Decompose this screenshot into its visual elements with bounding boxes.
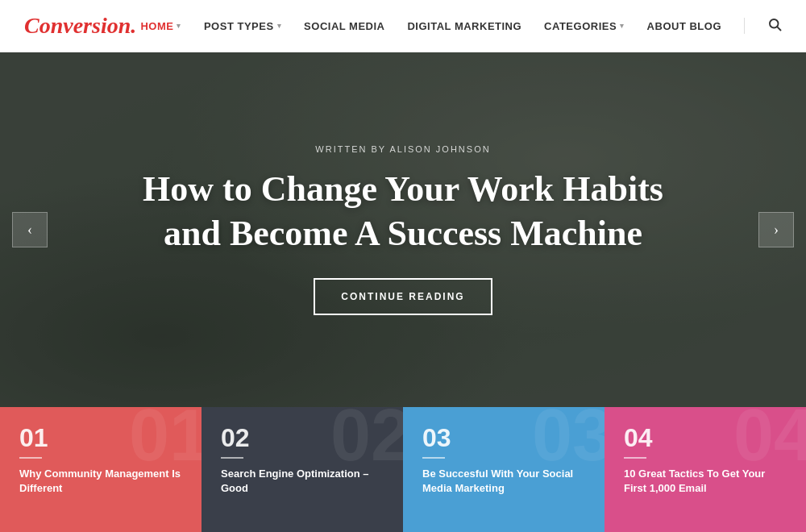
main-nav: HOME ▾ POST TYPES ▾ SOCIAL MEDIA DIGITAL… — [140, 17, 782, 35]
nav-item-digital-marketing[interactable]: DIGITAL MARKETING — [407, 20, 521, 32]
chevron-down-icon: ▾ — [277, 22, 282, 30]
hero-title: How to Change Your Work Habits and Becom… — [129, 167, 677, 256]
nav-item-social-media[interactable]: SOCIAL MEDIA — [304, 20, 384, 32]
hero-content: WRITTEN BY ALISON JOHNSON How to Change … — [129, 144, 677, 315]
card-4[interactable]: 04 04 10 Great Tactics To Get Your First… — [604, 407, 806, 532]
chevron-left-icon: ‹ — [27, 222, 32, 239]
card-3-title: Be Succesful With Your Social Media Mark… — [422, 467, 585, 496]
hero-cta-button[interactable]: CONTINUE READING — [314, 278, 492, 315]
search-button[interactable] — [767, 17, 782, 35]
card-4-number: 04 — [624, 425, 787, 451]
chevron-down-icon: ▾ — [620, 22, 625, 30]
nav-item-about[interactable]: ABOUT BLOG — [647, 20, 721, 32]
site-logo[interactable]: Conversion. — [24, 13, 136, 39]
logo-text: Conversion — [24, 13, 131, 38]
card-2[interactable]: 02 02 Search Engine Optimization – Good — [202, 407, 403, 532]
card-1[interactable]: 01 01 Why Community Management Is Differ… — [0, 407, 202, 532]
slider-prev-button[interactable]: ‹ — [12, 212, 48, 247]
card-2-number: 02 — [221, 425, 384, 451]
card-4-divider — [624, 457, 646, 459]
nav-divider — [744, 18, 745, 34]
card-1-divider — [19, 457, 42, 459]
card-1-title: Why Community Management Is Different — [19, 467, 182, 496]
card-3-divider — [422, 457, 445, 459]
site-header: Conversion. HOME ▾ POST TYPES ▾ SOCIAL M… — [0, 0, 806, 52]
nav-item-categories[interactable]: CATEGORIES ▾ — [544, 20, 625, 32]
featured-cards: 01 01 Why Community Management Is Differ… — [0, 407, 806, 532]
hero-slider: WRITTEN BY ALISON JOHNSON How to Change … — [0, 52, 806, 407]
chevron-down-icon: ▾ — [177, 22, 181, 30]
card-4-title: 10 Great Tactics To Get Your First 1,000… — [624, 467, 787, 496]
card-2-divider — [221, 457, 243, 459]
logo-dot: . — [131, 13, 136, 38]
chevron-right-icon: › — [774, 222, 779, 239]
hero-author: WRITTEN BY ALISON JOHNSON — [129, 144, 677, 154]
slider-next-button[interactable]: › — [758, 212, 794, 247]
svg-line-1 — [777, 27, 780, 30]
nav-item-home[interactable]: HOME ▾ — [140, 20, 181, 32]
card-1-number: 01 — [19, 425, 182, 451]
card-3-number: 03 — [422, 425, 585, 451]
card-3[interactable]: 03 03 Be Succesful With Your Social Medi… — [403, 407, 604, 532]
nav-item-post-types[interactable]: POST TYPES ▾ — [204, 20, 281, 32]
card-2-title: Search Engine Optimization – Good — [221, 467, 384, 496]
